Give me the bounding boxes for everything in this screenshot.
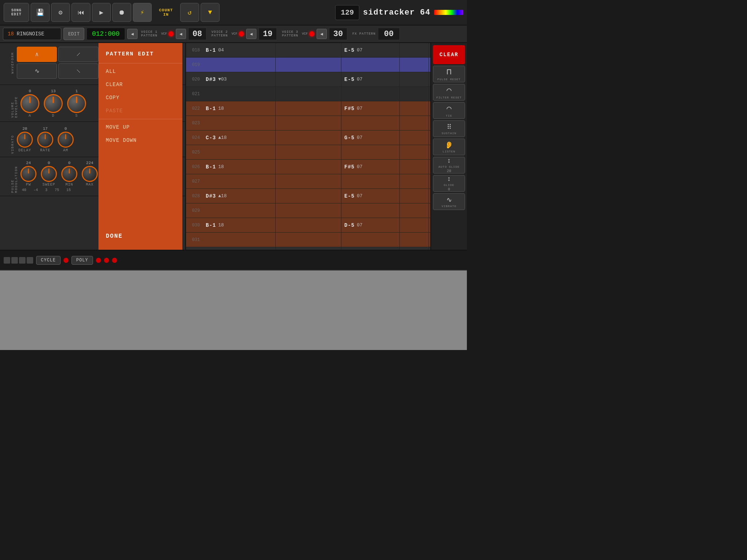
settings-button[interactable]: ⚙ xyxy=(51,3,70,22)
voice3-cell[interactable]: C#507 xyxy=(341,247,400,250)
menu-paste[interactable]: PASTE xyxy=(98,104,182,117)
voice1-cell[interactable] xyxy=(203,174,276,188)
voice2-cell[interactable] xyxy=(276,203,341,218)
voice3-cell[interactable]: E-507 xyxy=(341,43,400,57)
menu-move-up[interactable]: MOVE UP xyxy=(98,121,182,134)
table-row[interactable]: 029 xyxy=(186,203,430,218)
fx-cell[interactable] xyxy=(400,72,429,86)
fx-cell[interactable] xyxy=(400,189,429,203)
clear-button[interactable]: CLEAR xyxy=(433,45,465,64)
sustain-knob[interactable] xyxy=(67,94,86,113)
voice3-cell[interactable] xyxy=(341,58,400,72)
fx-cell[interactable] xyxy=(400,116,429,130)
to-song-left-button[interactable]: ◀ xyxy=(127,29,138,39)
voice2-cell[interactable] xyxy=(276,189,341,203)
play-button[interactable]: ▶ xyxy=(92,3,111,22)
voice1-num[interactable]: 08 xyxy=(188,28,206,40)
fx-cell[interactable] xyxy=(400,160,429,174)
voice3-nav-button[interactable]: ◀ xyxy=(317,29,327,39)
fx-cell[interactable] xyxy=(400,131,429,145)
table-row[interactable]: 023 xyxy=(186,116,430,131)
pattern-name[interactable]: 18 RINGNOISE xyxy=(3,28,61,40)
voice2-cell[interactable] xyxy=(276,247,341,250)
voice2-cell[interactable] xyxy=(276,218,341,232)
voice3-cell[interactable]: F#507 xyxy=(341,101,400,116)
glide-button[interactable]: ↕ GLIDE 0 xyxy=(433,175,465,192)
sync-button[interactable]: ↺ xyxy=(180,3,199,22)
menu-copy[interactable]: COPY xyxy=(98,91,182,104)
voice3-cell[interactable]: E-507 xyxy=(341,72,400,86)
fx-cell[interactable] xyxy=(400,203,429,218)
voice2-cell[interactable] xyxy=(276,101,341,116)
fx-cell[interactable] xyxy=(400,174,429,188)
count-in-button[interactable]: COUNT IN xyxy=(153,3,179,22)
vibrato-button[interactable]: ∿ VIBRATO xyxy=(433,193,465,210)
voice1-cell[interactable]: B-118 xyxy=(203,218,276,232)
voice1-cell[interactable] xyxy=(203,58,276,72)
voice3-cell[interactable]: F#507 xyxy=(341,160,400,174)
voice2-cell[interactable] xyxy=(276,58,341,72)
fx-cell[interactable] xyxy=(400,87,429,101)
listen-button[interactable]: 👂 LISTEN xyxy=(433,139,465,155)
down-button[interactable]: ▼ xyxy=(201,3,220,22)
voice1-cell[interactable]: D#3▲18 xyxy=(203,189,276,203)
voice3-cell[interactable] xyxy=(341,233,400,247)
pw-knob[interactable] xyxy=(20,166,36,182)
voice2-cell[interactable] xyxy=(276,43,341,57)
sustain-button[interactable]: ⠿ SUSTAIN xyxy=(433,120,465,137)
filter-reset-button[interactable]: ⌒ FILTER RESET xyxy=(433,84,465,101)
sequencer-panel[interactable]: 018 B-104 E-507 019 020 D#3▼03 E xyxy=(186,43,430,250)
voice2-cell[interactable] xyxy=(276,116,341,130)
voice2-cell[interactable] xyxy=(276,72,341,86)
voice3-cell[interactable] xyxy=(341,145,400,159)
auto-glide-button[interactable]: ↕ AUTO GLIDE 20 xyxy=(433,157,465,174)
table-row[interactable]: 031 xyxy=(186,233,430,247)
voice2-cell[interactable] xyxy=(276,131,341,145)
attack-knob[interactable] xyxy=(20,94,39,113)
voice1-cell[interactable]: C-3▲18 xyxy=(203,131,276,145)
pulse-reset-button[interactable]: ⊓ PULSE RESET xyxy=(433,66,465,82)
voice2-cell[interactable] xyxy=(276,145,341,159)
table-row[interactable]: 030 B-118 D-507 xyxy=(186,218,430,233)
voice1-cell[interactable]: C-3▼02 xyxy=(203,247,276,250)
min-knob[interactable] xyxy=(61,166,77,182)
voice1-cell[interactable]: B-118 xyxy=(203,101,276,116)
song-edit-button[interactable]: SONG EDIT xyxy=(4,3,29,22)
fx-cell[interactable] xyxy=(400,43,429,57)
voice1-nav-button[interactable]: ◀ xyxy=(176,29,186,39)
fx-cell[interactable] xyxy=(400,58,429,72)
cycle-button[interactable]: CYCLE xyxy=(36,256,61,265)
voice3-cell[interactable]: G-507 xyxy=(341,131,400,145)
rewind-button[interactable]: ⏮ xyxy=(71,3,90,22)
fx-cell[interactable] xyxy=(400,218,429,232)
voice2-cell[interactable] xyxy=(276,87,341,101)
voice1-cell[interactable]: D#3▼03 xyxy=(203,72,276,86)
sweep-knob[interactable] xyxy=(41,166,57,182)
voice3-cell[interactable] xyxy=(341,174,400,188)
table-row[interactable]: 032 C-3▼02 C#507 xyxy=(186,247,430,250)
wave-tri2-btn[interactable]: ∿ xyxy=(17,63,57,79)
table-row[interactable]: 027 xyxy=(186,174,430,189)
voice1-cell[interactable] xyxy=(203,116,276,130)
voice2-num[interactable]: 19 xyxy=(259,28,277,40)
voice1-cell[interactable]: B-118 xyxy=(203,160,276,174)
menu-done[interactable]: DONE xyxy=(98,228,182,245)
tie-button[interactable]: ⌒ TIE xyxy=(433,102,465,119)
voice1-cell[interactable] xyxy=(203,233,276,247)
edit-button[interactable]: EDIT xyxy=(63,28,84,40)
rate-knob[interactable] xyxy=(37,132,53,148)
voice1-cell[interactable]: B-104 xyxy=(203,43,276,57)
wave-sawtooth-btn[interactable]: ⟋ xyxy=(58,47,98,62)
fx-cell[interactable] xyxy=(400,233,429,247)
wave-triangle-btn[interactable]: ∧ xyxy=(17,47,57,62)
voice3-cell[interactable]: E-507 xyxy=(341,189,400,203)
max-knob[interactable] xyxy=(82,166,98,182)
table-row[interactable]: 020 D#3▼03 E-507 xyxy=(186,72,430,87)
voice3-cell[interactable]: D-507 xyxy=(341,218,400,232)
table-row[interactable]: 018 B-104 E-507 xyxy=(186,43,430,58)
table-row[interactable]: 019 xyxy=(186,58,430,72)
voice2-cell[interactable] xyxy=(276,174,341,188)
am-knob[interactable] xyxy=(58,132,74,148)
table-row[interactable]: 022 B-118 F#507 xyxy=(186,101,430,116)
fx-cell[interactable] xyxy=(400,101,429,116)
